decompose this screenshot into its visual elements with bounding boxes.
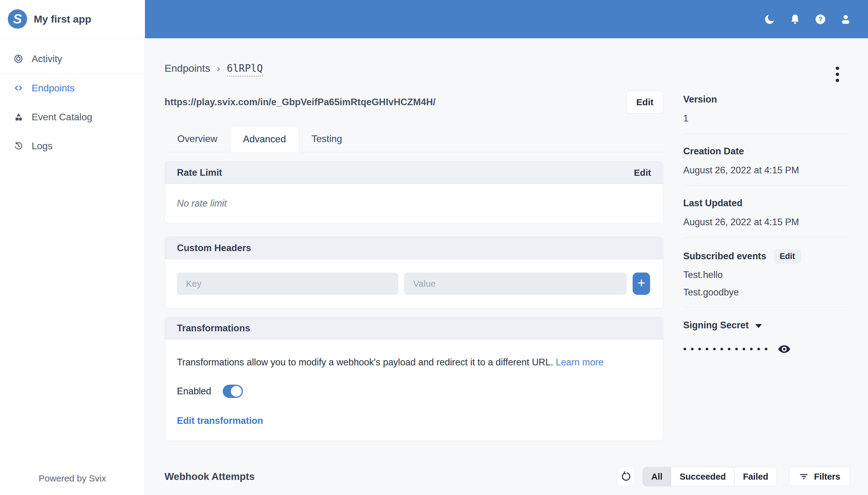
activity-icon — [14, 54, 23, 64]
sidebar-item-label: Logs — [32, 140, 52, 152]
chevron-right-icon: › — [217, 63, 220, 74]
header-key-input[interactable] — [177, 273, 398, 295]
creation-date-label: Creation Date — [683, 145, 850, 157]
reveal-secret-eye-icon[interactable] — [777, 342, 791, 356]
tab-bar: Overview Advanced Testing — [164, 126, 663, 152]
cards-column: Rate Limit Edit No rate limit Custom Hea… — [164, 161, 663, 441]
edit-url-button[interactable]: Edit — [626, 91, 663, 114]
version-value: 1 — [683, 113, 850, 124]
custom-headers-body: + — [165, 259, 663, 308]
sidebar-nav: Activity Endpoints — [0, 38, 145, 160]
custom-headers-card: Custom Headers + — [164, 237, 663, 308]
subscribed-event: Test.goodbye — [683, 286, 850, 298]
topbar: ? — [145, 0, 868, 38]
webhook-attempts-header-row: Webhook Attempts All Succeeded Failed — [164, 467, 850, 487]
notifications-bell-icon[interactable] — [788, 13, 802, 26]
last-updated-label: Last Updated — [683, 197, 850, 209]
subscribed-events-edit-button[interactable]: Edit — [774, 249, 801, 263]
rate-limit-empty-text: No rate limit — [165, 184, 663, 223]
chevron-down-icon — [755, 324, 762, 328]
subscribed-event: Test.hello — [683, 269, 850, 281]
attempts-filter-segmented: All Succeeded Failed — [643, 467, 777, 486]
transformations-title: Transformations — [177, 323, 250, 334]
divider — [683, 185, 850, 186]
signing-secret-row[interactable]: Signing Secret — [683, 319, 850, 331]
learn-more-link[interactable]: Learn more — [556, 357, 604, 368]
sidebar-item-event-catalog[interactable]: Event Catalog — [0, 102, 145, 132]
endpoint-url: https://play.svix.com/in/e_GbpVeifPa65im… — [164, 97, 435, 108]
divider — [683, 134, 850, 134]
rate-limit-card-header: Rate Limit Edit — [165, 161, 663, 184]
refresh-button[interactable] — [617, 467, 635, 486]
page: S My first app Activity — [0, 0, 868, 495]
segment-all[interactable]: All — [643, 467, 671, 486]
signing-secret-masked: •••••••••••• — [683, 344, 772, 354]
sidebar-item-activity[interactable]: Activity — [0, 44, 145, 73]
toggle-knob — [231, 386, 242, 397]
svix-logo-icon: S — [8, 9, 27, 29]
attempts-controls: All Succeeded Failed Filters — [617, 467, 850, 486]
divider — [683, 307, 850, 308]
last-updated-value: August 26, 2022 at 4:15 PM — [683, 216, 850, 228]
dark-mode-moon-icon[interactable] — [763, 13, 776, 26]
tab-overview[interactable]: Overview — [164, 126, 230, 152]
subscribed-events-row: Subscribed events Edit — [683, 249, 850, 263]
rate-limit-title: Rate Limit — [177, 167, 222, 178]
tab-advanced[interactable]: Advanced — [230, 126, 299, 152]
tab-testing[interactable]: Testing — [299, 126, 355, 152]
sidebar-item-label: Event Catalog — [32, 112, 92, 123]
enabled-row: Enabled — [177, 385, 651, 398]
transformations-card: Transformations Transformations allow yo… — [164, 317, 663, 441]
subscribed-events-label: Subscribed events — [683, 250, 766, 262]
breadcrumb: Endpoints › 6lRPlQ — [164, 63, 263, 76]
powered-by-svix: Powered by Svix — [0, 473, 145, 483]
rate-limit-edit-button[interactable]: Edit — [634, 168, 651, 178]
custom-headers-title: Custom Headers — [177, 243, 251, 254]
app-title: My first app — [34, 13, 91, 25]
edit-transformation-link[interactable]: Edit transformation — [177, 415, 651, 426]
header-value-input[interactable] — [404, 273, 627, 295]
transformations-body: Transformations allow you to modify a we… — [165, 339, 663, 441]
help-icon[interactable]: ? — [814, 13, 827, 26]
sidebar-item-label: Endpoints — [32, 83, 74, 94]
webhook-attempts-title: Webhook Attempts — [164, 471, 255, 482]
account-icon[interactable] — [839, 13, 852, 26]
transformations-card-header: Transformations — [165, 317, 663, 339]
endpoint-details-panel: Version 1 Creation Date August 26, 2022 … — [683, 93, 850, 356]
shapes-icon — [14, 112, 23, 122]
transformations-description: Transformations allow you to modify a we… — [177, 357, 651, 368]
sidebar-item-endpoints[interactable]: Endpoints — [0, 73, 145, 102]
filters-button[interactable]: Filters — [789, 467, 850, 486]
content: Endpoints › 6lRPlQ https://play.svix.com… — [145, 38, 868, 495]
svg-text:?: ? — [818, 15, 822, 23]
logo-letter: S — [13, 12, 22, 27]
sidebar: S My first app Activity — [0, 0, 145, 495]
creation-date-value: August 26, 2022 at 4:15 PM — [683, 164, 850, 176]
segment-failed[interactable]: Failed — [734, 467, 777, 486]
sidebar-item-logs[interactable]: Logs — [0, 132, 145, 160]
code-brackets-icon — [14, 83, 23, 93]
custom-headers-card-header: Custom Headers — [165, 237, 663, 259]
version-label: Version — [683, 93, 850, 105]
transformations-enabled-toggle[interactable] — [223, 385, 243, 398]
breadcrumb-endpoint-id[interactable]: 6lRPlQ — [227, 63, 263, 76]
signing-secret-value-row: •••••••••••• — [683, 342, 850, 356]
signing-secret-label: Signing Secret — [683, 319, 749, 331]
segment-succeeded[interactable]: Succeeded — [671, 467, 734, 486]
endpoint-url-row: https://play.svix.com/in/e_GbpVeifPa65im… — [164, 90, 663, 114]
sidebar-header: S My first app — [0, 0, 145, 38]
clock-history-icon — [14, 141, 23, 151]
kebab-menu-icon[interactable] — [833, 64, 841, 84]
filters-label: Filters — [814, 472, 840, 482]
divider — [683, 237, 850, 238]
breadcrumb-endpoints-link[interactable]: Endpoints — [164, 63, 210, 74]
main-area: ? Endpoints › 6lRPlQ https://play.svix.c… — [145, 0, 868, 495]
filter-icon — [799, 472, 809, 481]
enabled-label: Enabled — [177, 386, 211, 397]
rate-limit-card: Rate Limit Edit No rate limit — [164, 161, 663, 223]
sidebar-item-label: Activity — [32, 53, 62, 65]
transformations-description-text: Transformations allow you to modify a we… — [177, 357, 553, 368]
add-header-button[interactable]: + — [632, 273, 650, 295]
